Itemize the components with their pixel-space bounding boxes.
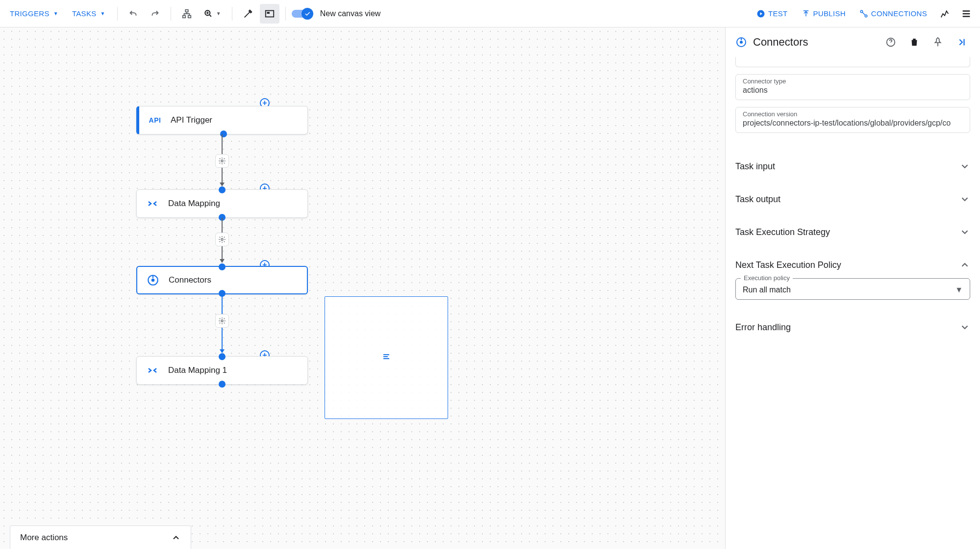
collapse-icon [956, 37, 967, 48]
publish-button[interactable]: PUBLISH [796, 5, 852, 23]
properties-sidebar: Connectors Connector type actio [725, 27, 980, 549]
section-next-task-policy: Next Task Execution Policy Execution pol… [726, 248, 980, 311]
svg-point-13 [221, 320, 223, 322]
input-port[interactable] [219, 353, 226, 360]
new-canvas-toggle[interactable] [292, 8, 313, 20]
zoom-dropdown[interactable]: ▼ [199, 4, 226, 24]
caret-down-icon: ▼ [955, 286, 963, 294]
section-title: Task Execution Strategy [735, 227, 830, 237]
undo-button[interactable] [124, 4, 143, 24]
field-value: Run all match [743, 286, 791, 294]
redo-button[interactable] [145, 4, 165, 24]
tasks-dropdown[interactable]: TASKS ▼ [66, 5, 111, 23]
output-port[interactable] [219, 381, 226, 388]
connections-label: CONNECTIONS [871, 9, 927, 18]
output-port[interactable] [220, 131, 227, 137]
node-data-mapping[interactable]: Data Mapping [136, 189, 308, 218]
connectors-icon [146, 273, 160, 287]
pin-button[interactable] [929, 33, 947, 51]
help-icon [885, 37, 896, 48]
edge [222, 328, 223, 349]
edge-settings-button[interactable] [215, 314, 229, 328]
section-task-input: Task input [726, 150, 980, 183]
separator [232, 7, 232, 21]
edge-settings-button[interactable] [215, 233, 229, 246]
section-task-exec-strategy: Task Execution Strategy [726, 215, 980, 248]
layout-button[interactable] [177, 4, 197, 24]
chevron-down-icon [959, 161, 970, 172]
field-label: Execution policy [741, 274, 793, 282]
play-circle-icon [756, 9, 765, 18]
svg-point-15 [740, 41, 743, 44]
section-task-output: Task output [726, 183, 980, 215]
triggers-dropdown[interactable]: TRIGGERS ▼ [4, 5, 64, 23]
chevron-down-icon [959, 227, 970, 237]
canvas[interactable]: + API API Trigger + [0, 27, 725, 549]
toggle-thumb [302, 8, 313, 20]
svg-rect-1 [182, 15, 185, 18]
zoom-icon [203, 9, 213, 19]
gear-icon [218, 157, 226, 165]
node-data-mapping-1[interactable]: Data Mapping 1 [136, 356, 308, 385]
section-header-next-task-policy[interactable]: Next Task Execution Policy [726, 260, 980, 270]
input-port[interactable] [219, 263, 226, 270]
svg-rect-5 [267, 12, 270, 14]
svg-point-10 [221, 238, 223, 240]
new-canvas-label: New canvas view [320, 9, 381, 18]
sidebar-header: Connectors [726, 27, 980, 57]
collapse-sidebar-button[interactable] [953, 33, 970, 51]
canvas-toggle-button[interactable] [260, 4, 279, 24]
minimap-viewport-icon [383, 354, 389, 361]
tasks-label: TASKS [72, 9, 97, 18]
edge-settings-button[interactable] [215, 154, 229, 168]
edge [222, 168, 223, 183]
previous-field-bottom [735, 57, 970, 67]
section-title: Next Task Execution Policy [735, 260, 841, 270]
menu-button[interactable] [956, 4, 976, 24]
section-header-task-output[interactable]: Task output [726, 194, 980, 205]
svg-point-9 [221, 160, 223, 162]
section-header-task-exec-strategy[interactable]: Task Execution Strategy [726, 227, 980, 237]
section-header-error-handling[interactable]: Error handling [726, 322, 980, 333]
chevron-down-icon [959, 194, 970, 205]
sitemap-icon [181, 8, 192, 19]
test-button[interactable]: TEST [751, 5, 794, 23]
connections-icon [859, 9, 868, 18]
delete-button[interactable] [905, 33, 923, 51]
connections-button[interactable]: CONNECTIONS [854, 5, 933, 23]
node-connectors[interactable]: Connectors [136, 266, 308, 294]
section-header-task-input[interactable]: Task input [726, 161, 980, 172]
trash-icon [909, 37, 920, 48]
menu-icon [961, 8, 972, 19]
field-label: Connection version [743, 110, 963, 118]
toolbar: TRIGGERS ▼ TASKS ▼ ▼ [0, 0, 980, 27]
input-port[interactable] [219, 186, 226, 193]
connector-type-field[interactable]: Connector type actions [735, 74, 970, 100]
connectors-icon [735, 36, 747, 48]
edge [222, 218, 223, 233]
execution-policy-select[interactable]: Execution policy Run all match ▼ [735, 278, 970, 300]
separator [117, 7, 118, 21]
minimap[interactable] [325, 296, 448, 419]
check-icon [304, 10, 311, 17]
gear-icon [218, 317, 226, 325]
canvas-icon [264, 8, 275, 19]
pin-icon [932, 37, 943, 48]
gear-icon [218, 235, 226, 243]
separator [285, 7, 286, 21]
edge [222, 246, 223, 259]
svg-rect-0 [185, 9, 188, 12]
node-label: Data Mapping 1 [168, 366, 227, 375]
node-api-trigger[interactable]: API API Trigger [136, 106, 308, 134]
help-button[interactable] [882, 33, 900, 51]
triggers-label: TRIGGERS [10, 9, 50, 18]
field-value: actions [743, 86, 963, 95]
section-title: Task input [735, 161, 775, 172]
metrics-button[interactable] [935, 4, 955, 24]
section-title: Task output [735, 194, 780, 205]
caret-down-icon: ▼ [53, 11, 58, 16]
magic-wand-button[interactable] [238, 4, 258, 24]
edge [222, 134, 223, 154]
more-actions-panel[interactable]: More actions [10, 525, 191, 549]
connection-version-field[interactable]: Connection version projects/connectors-i… [735, 107, 970, 133]
